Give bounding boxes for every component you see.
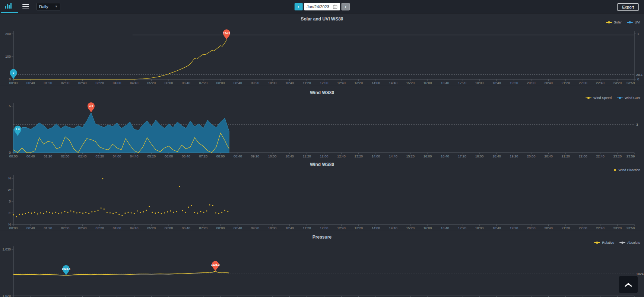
chevron-down-icon: ▼ (55, 5, 58, 8)
svg-text:22:40: 22:40 (596, 81, 605, 85)
svg-text:17:20: 17:20 (458, 226, 467, 230)
svg-text:16:00: 16:00 (423, 226, 432, 230)
svg-text:1024.7: 1024.7 (636, 272, 644, 276)
svg-text:20:40: 20:40 (544, 226, 553, 230)
svg-text:11:20: 11:20 (303, 81, 311, 85)
svg-text:16:40: 16:40 (441, 81, 449, 85)
svg-text:02:00: 02:00 (61, 81, 70, 85)
svg-text:18:40: 18:40 (492, 226, 501, 230)
chart-wind-speed-gust: Wind WS80 Wind SpeedWind Gust 5000:0000:… (0, 86, 644, 158)
pressure-plot[interactable]: 1,0301,0201024.71024.41025.3 (0, 230, 644, 297)
svg-text:1,030: 1,030 (2, 248, 11, 251)
top-bar: Daily ▼ ‹ Jun/24/2023 › Export (0, 0, 644, 13)
svg-text:05:20: 05:20 (147, 226, 156, 230)
svg-text:09:20: 09:20 (251, 226, 259, 230)
svg-text:E: E (9, 211, 11, 215)
app-logo[interactable] (0, 0, 19, 13)
svg-text:1,020: 1,020 (2, 294, 11, 297)
svg-text:20.1: 20.1 (636, 73, 643, 77)
solar-uvi-plot[interactable]: 20010001000:0000:4001:2002:0002:4003:200… (0, 14, 644, 86)
svg-text:21:20: 21:20 (562, 226, 570, 230)
svg-text:1.8: 1.8 (16, 128, 19, 131)
svg-text:00:40: 00:40 (26, 81, 35, 85)
svg-text:23:59: 23:59 (626, 81, 635, 85)
svg-text:10:00: 10:00 (268, 226, 277, 230)
svg-text:01:20: 01:20 (44, 226, 52, 230)
next-date-button[interactable]: › (342, 3, 350, 10)
svg-text:12:00: 12:00 (320, 226, 329, 230)
svg-text:1: 1 (637, 32, 639, 36)
svg-text:10:00: 10:00 (268, 81, 277, 85)
svg-text:00:00: 00:00 (9, 81, 18, 85)
prev-date-button[interactable]: ‹ (294, 3, 302, 10)
svg-text:174.5: 174.5 (223, 32, 230, 35)
svg-text:08:00: 08:00 (216, 81, 225, 85)
svg-text:5: 5 (9, 104, 11, 108)
chart-solar-uvi: Solar and UVI WS80 SolarUVI 20010001000:… (0, 13, 644, 86)
svg-text:22:00: 22:00 (579, 226, 587, 230)
date-input[interactable]: Jun/24/2023 (304, 3, 340, 10)
svg-text:100: 100 (5, 55, 11, 58)
svg-text:02:40: 02:40 (78, 81, 87, 85)
scroll-to-top-button[interactable] (619, 276, 638, 293)
svg-text:18:00: 18:00 (475, 81, 484, 85)
svg-text:14:40: 14:40 (389, 81, 397, 85)
svg-text:14:00: 14:00 (372, 81, 380, 85)
svg-text:14:40: 14:40 (389, 226, 397, 230)
wind-direction-plot[interactable]: NWSEN00:0000:4001:2002:0002:4003:2004:00… (0, 158, 644, 230)
range-select-value: Daily (39, 4, 48, 9)
svg-text:02:40: 02:40 (78, 226, 87, 230)
svg-text:16:40: 16:40 (441, 226, 449, 230)
svg-text:20:00: 20:00 (527, 226, 536, 230)
svg-text:0: 0 (9, 151, 11, 154)
svg-text:N: N (9, 223, 11, 226)
svg-text:1024.4: 1024.4 (62, 267, 71, 271)
range-select[interactable]: Daily ▼ (37, 3, 60, 10)
svg-text:19:20: 19:20 (510, 81, 518, 85)
date-value: Jun/24/2023 (307, 4, 329, 9)
svg-text:06:40: 06:40 (182, 81, 190, 85)
svg-text:04:00: 04:00 (113, 226, 121, 230)
svg-text:22:00: 22:00 (579, 81, 587, 85)
export-button[interactable]: Export (617, 3, 639, 11)
svg-text:10:40: 10:40 (285, 226, 294, 230)
svg-text:04:40: 04:40 (130, 81, 139, 85)
svg-text:12:40: 12:40 (337, 226, 346, 230)
wind-speed-gust-plot[interactable]: 5000:0000:4001:2002:0002:4003:2004:0004:… (0, 86, 644, 158)
svg-text:22:40: 22:40 (596, 226, 605, 230)
svg-text:00:00: 00:00 (9, 226, 18, 230)
svg-text:23:20: 23:20 (613, 81, 622, 85)
svg-text:09:20: 09:20 (251, 81, 259, 85)
svg-text:23:59: 23:59 (626, 226, 635, 230)
svg-text:07:20: 07:20 (199, 81, 207, 85)
svg-text:06:00: 06:00 (165, 226, 173, 230)
svg-text:12:00: 12:00 (320, 81, 329, 85)
svg-text:200: 200 (5, 32, 11, 36)
svg-text:02:00: 02:00 (61, 226, 70, 230)
svg-text:W: W (8, 188, 11, 192)
svg-text:13:20: 13:20 (354, 226, 363, 230)
svg-text:1025.3: 1025.3 (211, 263, 220, 266)
chart-wind-direction: Wind WS80 Wind Direction NWSEN00:0000:40… (0, 158, 644, 230)
chevron-up-icon (625, 283, 632, 287)
svg-text:15:20: 15:20 (406, 226, 415, 230)
svg-text:18:40: 18:40 (492, 81, 501, 85)
active-tab-underline (1, 12, 18, 13)
svg-text:S: S (9, 199, 11, 203)
svg-text:17:20: 17:20 (458, 81, 467, 85)
svg-text:12:40: 12:40 (337, 81, 346, 85)
svg-text:11:20: 11:20 (303, 226, 311, 230)
svg-text:10:40: 10:40 (285, 81, 294, 85)
weather-dashboard: Daily ▼ ‹ Jun/24/2023 › Export Solar and… (0, 0, 644, 297)
svg-text:20:00: 20:00 (527, 81, 536, 85)
svg-text:13:20: 13:20 (354, 81, 363, 85)
svg-text:0: 0 (13, 71, 14, 74)
svg-text:3: 3 (636, 123, 638, 127)
calendar-icon (333, 4, 337, 9)
svg-text:08:40: 08:40 (234, 226, 242, 230)
svg-text:06:00: 06:00 (165, 81, 173, 85)
hamburger-menu-icon[interactable] (22, 4, 29, 9)
svg-text:05:20: 05:20 (147, 81, 156, 85)
chart-pressure: Pressure RelativeAbsolute 1,0301,0201024… (0, 230, 644, 297)
date-navigation: ‹ Jun/24/2023 › (294, 3, 350, 10)
